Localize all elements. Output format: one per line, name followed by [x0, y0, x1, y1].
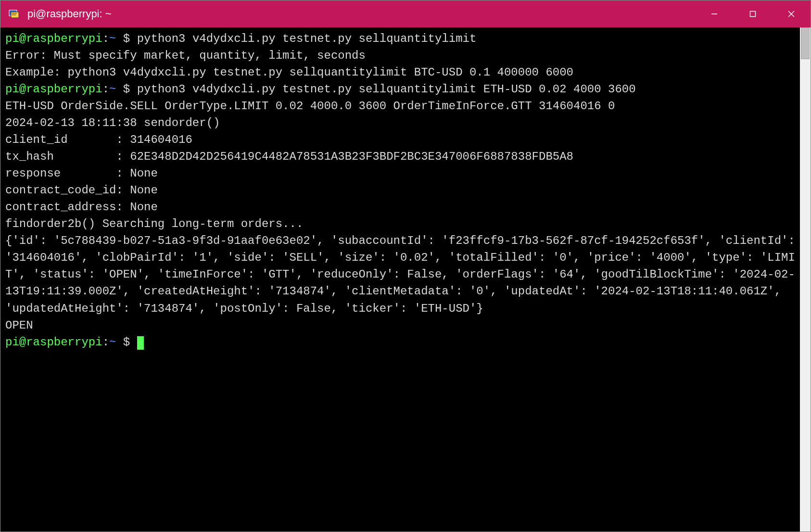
cursor [137, 336, 144, 350]
prompt-user-host: pi@raspberrypi [5, 32, 102, 45]
titlebar[interactable]: pi@raspberrypi: ~ [0, 0, 811, 27]
svg-rect-5 [750, 12, 756, 17]
close-button[interactable] [772, 0, 811, 27]
minimize-button[interactable] [695, 0, 734, 27]
output-line: {'id': '5c788439-b027-51a3-9f3d-91aaf0e6… [5, 234, 800, 315]
output-line: ETH-USD OrderSide.SELL OrderType.LIMIT 0… [5, 100, 615, 113]
prompt-dollar: $ [116, 32, 137, 45]
maximize-button[interactable] [734, 0, 772, 27]
putty-window: pi@raspberrypi: ~ pi@raspberrypi:~ $ pyt… [0, 0, 811, 532]
output-line: Error: Must specify market, quantity, li… [5, 49, 366, 62]
output-line: OPEN [5, 319, 33, 332]
output-line: 2024-02-13 18:11:38 sendorder() [5, 116, 220, 129]
output-line: contract_code_id: None [5, 184, 158, 197]
prompt-colon: : [102, 32, 109, 45]
command-line: python3 v4dydxcli.py testnet.py sellquan… [137, 32, 477, 45]
prompt-user-host: pi@raspberrypi [5, 83, 102, 96]
window-title: pi@raspberrypi: ~ [27, 8, 695, 20]
output-line: findorder2b() Searching long-term orders… [5, 217, 303, 230]
prompt-path: ~ [109, 32, 116, 45]
prompt-user-host: pi@raspberrypi [5, 336, 102, 349]
prompt-dollar: $ [116, 336, 137, 349]
prompt-dollar: $ [116, 83, 137, 96]
output-line: response : None [5, 167, 158, 180]
prompt-path: ~ [109, 83, 116, 96]
prompt-colon: : [102, 83, 109, 96]
putty-icon [7, 7, 21, 21]
terminal[interactable]: pi@raspberrypi:~ $ python3 v4dydxcli.py … [0, 27, 800, 532]
prompt-path: ~ [109, 336, 116, 349]
output-line: contract_address: None [5, 201, 158, 214]
output-line: client_id : 314604016 [5, 133, 192, 146]
output-line: tx_hash : 62E348D2D42D256419C4482A78531A… [5, 150, 573, 163]
terminal-area: pi@raspberrypi:~ $ python3 v4dydxcli.py … [0, 27, 811, 532]
scrollbar-thumb[interactable] [801, 27, 810, 59]
scrollbar[interactable] [800, 27, 811, 532]
prompt-colon: : [102, 336, 109, 349]
command-line: python3 v4dydxcli.py testnet.py sellquan… [137, 83, 636, 96]
window-controls [695, 0, 811, 27]
output-line: Example: python3 v4dydxcli.py testnet.py… [5, 66, 573, 79]
